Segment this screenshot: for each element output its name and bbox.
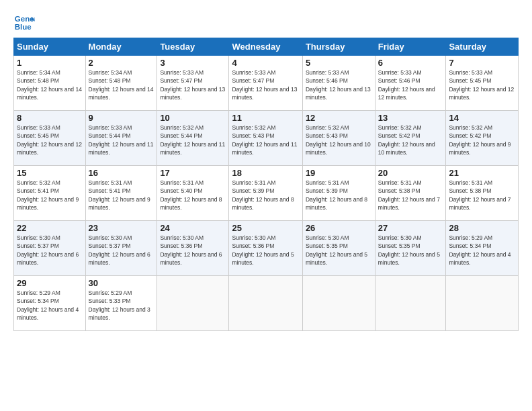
- day-number: 17: [160, 168, 226, 178]
- table-row: 24Sunrise: 5:30 AMSunset: 5:36 PMDayligh…: [157, 221, 229, 276]
- day-info: Sunrise: 5:33 AMSunset: 5:44 PMDaylight:…: [89, 124, 154, 156]
- day-info: Sunrise: 5:29 AMSunset: 5:34 PMDaylight:…: [17, 289, 83, 322]
- day-number: 14: [449, 113, 515, 123]
- day-number: 16: [89, 168, 154, 178]
- day-number: 22: [17, 223, 83, 233]
- day-number: 5: [306, 58, 372, 68]
- day-info: Sunrise: 5:33 AMSunset: 5:45 PMDaylight:…: [449, 68, 515, 101]
- day-number: 26: [306, 223, 372, 233]
- weekday-header: Wednesday: [229, 38, 302, 56]
- weekday-header: Thursday: [302, 38, 375, 56]
- day-number: 19: [306, 168, 372, 178]
- table-row: 13Sunrise: 5:32 AMSunset: 5:42 PMDayligh…: [375, 111, 446, 166]
- table-row: [375, 276, 446, 331]
- day-number: 18: [232, 168, 299, 178]
- table-row: 28Sunrise: 5:29 AMSunset: 5:34 PMDayligh…: [446, 221, 519, 276]
- day-number: 25: [232, 223, 299, 233]
- table-row: 30Sunrise: 5:29 AMSunset: 5:33 PMDayligh…: [85, 276, 157, 331]
- table-row: 14Sunrise: 5:32 AMSunset: 5:42 PMDayligh…: [446, 111, 519, 166]
- day-info: Sunrise: 5:32 AMSunset: 5:41 PMDaylight:…: [17, 179, 83, 212]
- day-info: Sunrise: 5:31 AMSunset: 5:39 PMDaylight:…: [232, 179, 299, 212]
- day-number: 2: [89, 58, 154, 68]
- logo: General Blue: [13, 12, 35, 34]
- weekday-header: Sunday: [14, 38, 86, 56]
- table-row: 15Sunrise: 5:32 AMSunset: 5:41 PMDayligh…: [14, 166, 86, 221]
- day-info: Sunrise: 5:33 AMSunset: 5:46 PMDaylight:…: [306, 68, 372, 101]
- table-row: 19Sunrise: 5:31 AMSunset: 5:39 PMDayligh…: [302, 166, 375, 221]
- table-row: [229, 276, 302, 331]
- table-row: 17Sunrise: 5:31 AMSunset: 5:40 PMDayligh…: [157, 166, 229, 221]
- table-row: [157, 276, 229, 331]
- day-info: Sunrise: 5:30 AMSunset: 5:37 PMDaylight:…: [89, 234, 154, 267]
- day-info: Sunrise: 5:30 AMSunset: 5:36 PMDaylight:…: [232, 234, 299, 267]
- day-info: Sunrise: 5:30 AMSunset: 5:37 PMDaylight:…: [17, 234, 83, 267]
- day-info: Sunrise: 5:31 AMSunset: 5:40 PMDaylight:…: [160, 179, 226, 212]
- table-row: 26Sunrise: 5:30 AMSunset: 5:35 PMDayligh…: [302, 221, 375, 276]
- weekday-header: Monday: [85, 38, 157, 56]
- day-info: Sunrise: 5:33 AMSunset: 5:46 PMDaylight:…: [378, 68, 443, 101]
- day-number: 3: [160, 58, 226, 68]
- day-number: 7: [449, 58, 515, 68]
- table-row: 27Sunrise: 5:30 AMSunset: 5:35 PMDayligh…: [375, 221, 446, 276]
- table-row: 9Sunrise: 5:33 AMSunset: 5:44 PMDaylight…: [85, 111, 157, 166]
- weekday-header: Saturday: [446, 38, 519, 56]
- table-row: 25Sunrise: 5:30 AMSunset: 5:36 PMDayligh…: [229, 221, 302, 276]
- day-number: 4: [232, 58, 299, 68]
- table-row: 3Sunrise: 5:33 AMSunset: 5:47 PMDaylight…: [157, 56, 229, 111]
- table-row: [302, 276, 375, 331]
- table-row: 5Sunrise: 5:33 AMSunset: 5:46 PMDaylight…: [302, 56, 375, 111]
- day-info: Sunrise: 5:31 AMSunset: 5:38 PMDaylight:…: [378, 179, 443, 212]
- day-number: 30: [89, 278, 154, 288]
- day-info: Sunrise: 5:34 AMSunset: 5:48 PMDaylight:…: [89, 68, 154, 101]
- day-number: 10: [160, 113, 226, 123]
- calendar: SundayMondayTuesdayWednesdayThursdayFrid…: [13, 38, 519, 331]
- table-row: 23Sunrise: 5:30 AMSunset: 5:37 PMDayligh…: [85, 221, 157, 276]
- table-row: 11Sunrise: 5:32 AMSunset: 5:43 PMDayligh…: [229, 111, 302, 166]
- table-row: 21Sunrise: 5:31 AMSunset: 5:38 PMDayligh…: [446, 166, 519, 221]
- day-info: Sunrise: 5:31 AMSunset: 5:39 PMDaylight:…: [306, 179, 372, 212]
- day-info: Sunrise: 5:29 AMSunset: 5:34 PMDaylight:…: [449, 234, 515, 267]
- day-info: Sunrise: 5:32 AMSunset: 5:43 PMDaylight:…: [232, 124, 299, 156]
- weekday-header: Tuesday: [157, 38, 229, 56]
- day-number: 9: [89, 113, 154, 123]
- day-info: Sunrise: 5:33 AMSunset: 5:47 PMDaylight:…: [160, 68, 226, 101]
- day-info: Sunrise: 5:33 AMSunset: 5:47 PMDaylight:…: [232, 68, 299, 101]
- day-number: 23: [89, 223, 154, 233]
- day-info: Sunrise: 5:32 AMSunset: 5:42 PMDaylight:…: [449, 124, 515, 156]
- day-info: Sunrise: 5:32 AMSunset: 5:42 PMDaylight:…: [378, 124, 443, 156]
- table-row: 2Sunrise: 5:34 AMSunset: 5:48 PMDaylight…: [85, 56, 157, 111]
- table-row: 8Sunrise: 5:33 AMSunset: 5:45 PMDaylight…: [14, 111, 86, 166]
- table-row: 4Sunrise: 5:33 AMSunset: 5:47 PMDaylight…: [229, 56, 302, 111]
- day-number: 24: [160, 223, 226, 233]
- table-row: 10Sunrise: 5:32 AMSunset: 5:44 PMDayligh…: [157, 111, 229, 166]
- day-info: Sunrise: 5:31 AMSunset: 5:38 PMDaylight:…: [449, 179, 515, 212]
- day-number: 29: [17, 278, 83, 288]
- day-info: Sunrise: 5:33 AMSunset: 5:45 PMDaylight:…: [17, 124, 83, 156]
- day-number: 13: [378, 113, 443, 123]
- day-number: 11: [232, 113, 299, 123]
- day-number: 1: [17, 58, 83, 68]
- table-row: [446, 276, 519, 331]
- day-number: 8: [17, 113, 83, 123]
- day-info: Sunrise: 5:32 AMSunset: 5:43 PMDaylight:…: [306, 124, 372, 156]
- table-row: 16Sunrise: 5:31 AMSunset: 5:41 PMDayligh…: [85, 166, 157, 221]
- day-info: Sunrise: 5:29 AMSunset: 5:33 PMDaylight:…: [89, 289, 154, 322]
- day-number: 12: [306, 113, 372, 123]
- day-info: Sunrise: 5:31 AMSunset: 5:41 PMDaylight:…: [89, 179, 154, 212]
- table-row: 1Sunrise: 5:34 AMSunset: 5:48 PMDaylight…: [14, 56, 86, 111]
- day-info: Sunrise: 5:34 AMSunset: 5:48 PMDaylight:…: [17, 68, 83, 101]
- table-row: 12Sunrise: 5:32 AMSunset: 5:43 PMDayligh…: [302, 111, 375, 166]
- day-number: 6: [378, 58, 443, 68]
- weekday-header: Friday: [375, 38, 446, 56]
- day-info: Sunrise: 5:30 AMSunset: 5:35 PMDaylight:…: [306, 234, 372, 267]
- day-number: 27: [378, 223, 443, 233]
- table-row: 20Sunrise: 5:31 AMSunset: 5:38 PMDayligh…: [375, 166, 446, 221]
- table-row: 29Sunrise: 5:29 AMSunset: 5:34 PMDayligh…: [14, 276, 86, 331]
- svg-text:Blue: Blue: [15, 23, 32, 31]
- day-number: 21: [449, 168, 515, 178]
- day-info: Sunrise: 5:30 AMSunset: 5:35 PMDaylight:…: [378, 234, 443, 267]
- day-info: Sunrise: 5:32 AMSunset: 5:44 PMDaylight:…: [160, 124, 226, 156]
- table-row: 7Sunrise: 5:33 AMSunset: 5:45 PMDaylight…: [446, 56, 519, 111]
- day-info: Sunrise: 5:30 AMSunset: 5:36 PMDaylight:…: [160, 234, 226, 267]
- table-row: 18Sunrise: 5:31 AMSunset: 5:39 PMDayligh…: [229, 166, 302, 221]
